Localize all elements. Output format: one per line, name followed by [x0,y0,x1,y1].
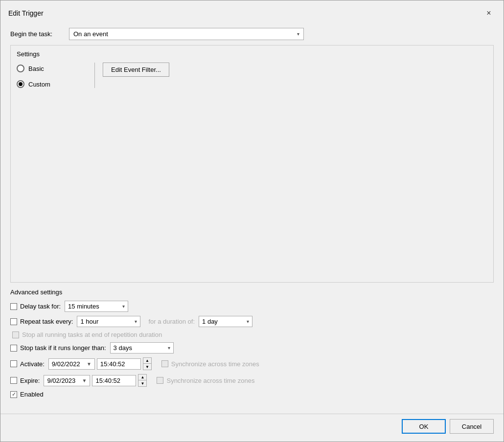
begin-task-dropdown[interactable]: On an event ▾ [69,28,304,40]
radio-custom-input[interactable] [17,80,24,88]
dialog-title: Edit Trigger [8,9,44,17]
stop-task-checkbox[interactable] [10,345,17,352]
radio-basic-input[interactable] [17,65,24,72]
begin-task-row: Begin the task: On an event ▾ [10,28,494,40]
radio-basic[interactable]: Basic [17,65,90,72]
expire-date-value: 9/02/2023 [47,377,75,384]
for-duration-dropdown[interactable]: 1 day ▾ [199,316,252,327]
activate-spin-up[interactable]: ▲ [143,358,151,364]
activate-date-input[interactable]: 9/02/2022 ▼ [48,358,95,370]
close-button[interactable]: × [482,6,496,20]
radio-custom-label: Custom [28,81,50,88]
expire-time-spin[interactable]: ▲ ▼ [138,374,147,387]
activate-calendar-icon[interactable]: ▼ [87,361,92,367]
repeat-task-label: Repeat task every: [20,318,73,325]
enabled-label: Enabled [20,391,44,398]
repeat-task-dropdown[interactable]: 1 hour ▾ [77,316,140,327]
repeat-task-arrow: ▾ [135,319,137,324]
ok-button[interactable]: OK [402,419,446,434]
cancel-button[interactable]: Cancel [450,419,494,434]
for-duration-arrow: ▾ [247,319,249,324]
delay-task-checkbox[interactable] [10,303,17,310]
dialog-content: Begin the task: On an event ▾ Settings B… [0,24,504,414]
expire-time-value: 15:40:52 [95,377,120,384]
radio-group: Basic Custom [17,63,95,88]
settings-inner: Basic Custom Edit Event Filter... [17,63,487,88]
edit-event-filter-button[interactable]: Edit Event Filter... [103,63,169,77]
expire-sync-checkbox[interactable] [157,377,163,384]
delay-task-arrow: ▾ [122,304,125,309]
activate-row: Activate: 9/02/2022 ▼ 15:40:52 ▲ ▼ [10,357,494,370]
activate-time-input[interactable]: 15:40:52 [97,358,141,370]
expire-sync-wrap: Synchronize across time zones [157,377,254,384]
activate-date-group: 9/02/2022 ▼ 15:40:52 ▲ ▼ [48,357,152,370]
stop-repetition-label: Stop all running tasks at end of repetit… [22,331,162,338]
title-bar: Edit Trigger × [0,0,504,24]
stop-task-value: 3 days [114,344,132,352]
repeat-task-checkbox[interactable] [10,318,17,325]
begin-task-value: On an event [73,30,108,38]
activate-sync-checkbox[interactable] [161,360,168,367]
expire-checkbox[interactable] [10,377,17,384]
activate-label: Activate: [20,360,45,368]
enabled-row: Enabled [10,391,494,398]
right-panel: Edit Event Filter... [95,63,487,88]
activate-checkbox[interactable] [10,360,17,367]
begin-task-label: Begin the task: [10,30,64,38]
expire-sync-label: Synchronize across time zones [166,377,254,384]
delay-task-dropdown[interactable]: 15 minutes ▾ [65,301,128,312]
stop-task-checkbox-wrap: Stop task if it runs longer than: [10,344,106,352]
stop-task-dropdown[interactable]: 3 days ▾ [110,342,174,354]
advanced-section: Advanced settings Delay task for: 15 min… [10,288,494,402]
footer: OK Cancel [0,414,504,442]
stop-repetition-checkbox[interactable] [12,332,19,338]
for-duration-value: 1 day [202,318,218,325]
for-duration-label: for a duration of: [148,318,195,325]
expire-spin-up[interactable]: ▲ [138,375,146,380]
activate-sync-label: Synchronize across time zones [171,360,259,368]
settings-section: Settings Basic Custom Edit Event Filter.… [10,45,494,283]
repeat-task-row: Repeat task every: 1 hour ▾ for a durati… [10,316,494,327]
begin-task-dropdown-arrow: ▾ [297,31,299,37]
radio-basic-label: Basic [28,65,44,72]
expire-date-input[interactable]: 9/02/2023 ▼ [44,375,90,386]
repeat-task-value: 1 hour [80,318,98,325]
expire-time-input[interactable]: 15:40:52 [92,375,136,386]
delay-task-row: Delay task for: 15 minutes ▾ [10,301,494,312]
activate-time-spin[interactable]: ▲ ▼ [143,357,152,370]
stop-task-label: Stop task if it runs longer than: [20,344,106,352]
expire-date-group: 9/02/2023 ▼ 15:40:52 ▲ ▼ [44,374,147,387]
expire-row: Expire: 9/02/2023 ▼ 15:40:52 ▲ ▼ [10,374,494,387]
activate-checkbox-wrap: Activate: [10,360,45,368]
activate-spin-down[interactable]: ▼ [143,364,151,370]
stop-task-arrow: ▾ [168,345,170,351]
edit-trigger-dialog: Edit Trigger × Begin the task: On an eve… [0,0,504,442]
delay-task-value: 15 minutes [68,303,99,310]
settings-label: Settings [17,50,487,58]
activate-time-value: 15:40:52 [100,360,125,368]
radio-custom[interactable]: Custom [17,80,90,88]
advanced-label: Advanced settings [10,288,494,296]
expire-spin-down[interactable]: ▼ [138,380,146,386]
expire-checkbox-wrap: Expire: [10,377,40,384]
delay-task-label: Delay task for: [20,303,61,310]
activate-sync-wrap: Synchronize across time zones [161,360,259,368]
stop-repetition-row: Stop all running tasks at end of repetit… [10,331,494,338]
stop-task-row: Stop task if it runs longer than: 3 days… [10,342,494,354]
activate-date-value: 9/02/2022 [52,360,80,368]
enabled-checkbox[interactable] [10,391,17,398]
delay-task-checkbox-wrap: Delay task for: [10,303,61,310]
expire-calendar-icon[interactable]: ▼ [82,378,87,383]
repeat-task-checkbox-wrap: Repeat task every: [10,318,73,325]
expire-label: Expire: [20,377,40,384]
